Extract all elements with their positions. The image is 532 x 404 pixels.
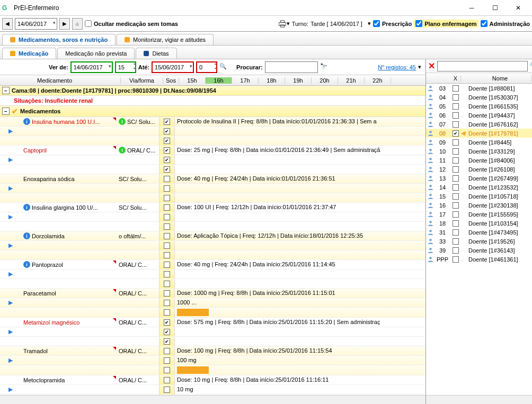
sos-checkbox[interactable]: [164, 377, 170, 383]
select-checkbox[interactable]: [450, 211, 461, 218]
sos-checkbox[interactable]: [164, 128, 170, 134]
col-hour[interactable]: 19h: [285, 77, 312, 84]
close-button[interactable]: ✕: [507, 1, 530, 15]
sos-checkbox[interactable]: [164, 195, 170, 201]
tab-medicacao[interactable]: Medicação: [2, 48, 56, 59]
select-checkbox[interactable]: [450, 130, 461, 137]
search-icon[interactable]: 🔍: [530, 62, 532, 70]
sos-checkbox[interactable]: [164, 367, 170, 373]
current-date-input[interactable]: [15, 18, 57, 30]
sos-checkbox[interactable]: [164, 233, 170, 239]
tab-nao-prevista[interactable]: Medicação não prevista: [57, 48, 135, 59]
select-checkbox[interactable]: [450, 238, 461, 245]
binoculars-icon[interactable]: 🔭: [320, 63, 329, 71]
hour-from-input[interactable]: [115, 61, 136, 73]
record-count-link[interactable]: Nº registos: 45: [378, 64, 416, 70]
sos-checkbox[interactable]: [164, 309, 170, 316]
horizontal-scrollbar[interactable]: [426, 395, 532, 404]
section-header[interactable]: − ✔ Medicamentos: [0, 105, 425, 117]
col-viaforma[interactable]: Via/forma: [121, 77, 163, 84]
patient-list-item[interactable]: PPPDoente [1#461361]: [426, 255, 532, 264]
patient-list-item[interactable]: 10Doente [1#33129]: [426, 147, 532, 156]
next-date-button[interactable]: ▶: [59, 18, 70, 30]
medication-row[interactable]: Enoxaparina sódicaSC/ Solu...Dose: 40 mg…: [0, 174, 425, 184]
search-input[interactable]: [265, 61, 318, 73]
sos-checkbox[interactable]: [164, 223, 170, 230]
select-checkbox[interactable]: [450, 112, 461, 119]
medication-row[interactable]: ▶: [0, 241, 425, 250]
medication-row[interactable]: ▶100 mg: [0, 356, 425, 365]
search-icon[interactable]: 🔍: [219, 63, 228, 71]
prev-date-button[interactable]: ◀: [2, 18, 13, 30]
patient-list-item[interactable]: 39Doente [1#36143]: [426, 246, 532, 255]
select-checkbox[interactable]: [450, 184, 461, 191]
sos-checkbox[interactable]: [164, 357, 170, 364]
expand-icon[interactable]: ▶: [8, 156, 13, 163]
medication-row[interactable]: iPantoprazolORAL/ C...Dose: 40 mg | Freq…: [0, 260, 425, 270]
tab-dietas[interactable]: Dietas: [136, 48, 176, 59]
medication-row[interactable]: ▶10 mg: [0, 385, 425, 394]
maximize-button[interactable]: ☐: [483, 1, 507, 15]
medication-row[interactable]: ▶: [0, 155, 425, 165]
sos-checkbox[interactable]: [164, 300, 170, 306]
sos-checkbox[interactable]: [164, 338, 170, 345]
expand-icon[interactable]: ▶: [8, 213, 13, 220]
col-hour[interactable]: 15h: [179, 77, 206, 84]
patient-list-item[interactable]: 31Doente [1#473495]: [426, 228, 532, 237]
sos-checkbox[interactable]: [164, 204, 170, 211]
info-icon[interactable]: i: [23, 232, 30, 239]
patient-row[interactable]: − Cama:08 | doente:Doente [1#179781] | p…: [0, 86, 425, 96]
select-checkbox[interactable]: [450, 220, 461, 227]
patient-list-item[interactable]: 16Doente [1#230138]: [426, 201, 532, 210]
patient-search-input[interactable]: [437, 61, 528, 71]
expand-icon[interactable]: ▶: [8, 328, 13, 335]
info-icon[interactable]: i: [23, 118, 30, 125]
medication-row[interactable]: ▶: [0, 327, 425, 337]
select-checkbox[interactable]: [450, 139, 461, 146]
info-icon[interactable]: i: [23, 261, 30, 268]
patient-list-item[interactable]: 14Doente [1#123532]: [426, 183, 532, 192]
medication-row[interactable]: ParacetamolORAL/ C...Dose: 1000 mg | Fre…: [0, 289, 425, 298]
sos-checkbox[interactable]: [164, 348, 170, 354]
patient-list-item[interactable]: 11Doente [1#84006]: [426, 156, 532, 165]
sos-checkbox[interactable]: [164, 214, 170, 220]
plano-checkbox[interactable]: Plano enfermagem: [414, 20, 478, 28]
medication-row[interactable]: Metamizol magnésicoORAL/ C...Dose: 575 m…: [0, 318, 425, 327]
sos-checkbox[interactable]: [164, 157, 170, 163]
patient-list-item[interactable]: 08◀Doente [1#179781]: [426, 129, 532, 138]
patient-list-item[interactable]: 15Doente [1#105718]: [426, 192, 532, 201]
prescricao-checkbox[interactable]: Prescrição: [373, 20, 412, 27]
tab-medicamentos[interactable]: Medicamentos, soros e nutrição: [2, 34, 116, 45]
hide-no-doses-checkbox[interactable]: Ocultar medicação sem tomas: [85, 20, 178, 27]
patient-list-item[interactable]: 33Doente [1#19526]: [426, 237, 532, 246]
col-nome[interactable]: Nome: [468, 75, 532, 82]
select-checkbox[interactable]: [450, 121, 461, 128]
select-checkbox[interactable]: [450, 229, 461, 236]
expand-icon[interactable]: ▶: [8, 271, 13, 277]
col-hour[interactable]: 18h: [259, 77, 285, 84]
medication-row[interactable]: MetoclopramidaORAL/ C...Dose: 10 mg | Fr…: [0, 375, 425, 385]
horizontal-scrollbar[interactable]: [0, 395, 425, 404]
patient-list-item[interactable]: 12Doente [1#26108]: [426, 165, 532, 174]
warning-icon[interactable]: !: [119, 147, 126, 154]
select-checkbox[interactable]: [450, 202, 461, 209]
expand-icon[interactable]: ▶: [8, 357, 13, 364]
sos-checkbox[interactable]: [164, 290, 170, 297]
medication-row[interactable]: ▶: [0, 270, 425, 279]
select-checkbox[interactable]: [450, 85, 461, 92]
expand-icon[interactable]: ▶: [8, 386, 13, 393]
col-hour[interactable]: 20h: [312, 77, 338, 84]
medication-row[interactable]: [0, 308, 425, 318]
medication-row[interactable]: [0, 193, 425, 203]
sos-checkbox[interactable]: [164, 185, 170, 192]
col-medicamento[interactable]: Medicamento: [11, 77, 121, 84]
medication-row[interactable]: [0, 250, 425, 260]
medication-row[interactable]: ▶1000 ...: [0, 298, 425, 308]
select-checkbox[interactable]: [450, 157, 461, 164]
col-hour[interactable]: 21h: [338, 77, 365, 84]
medication-row[interactable]: Captopril!ORAL/ C...Dose: 25 mg | Freq: …: [0, 146, 425, 155]
patient-list[interactable]: 03Doente [1#88081]04Doente [1#530307]05D…: [426, 84, 532, 395]
dropdown-icon[interactable]: ▾: [418, 64, 421, 70]
patient-list-item[interactable]: 09Doente [1#8445]: [426, 138, 532, 147]
patient-list-item[interactable]: 18Doente [1#103154]: [426, 219, 532, 228]
